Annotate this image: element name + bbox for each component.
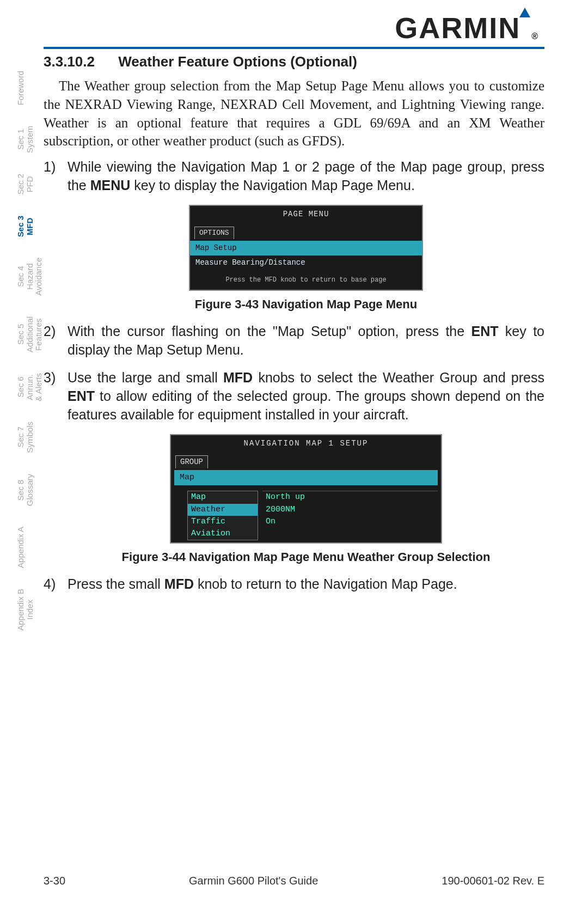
mfd-knob-2: MFD — [164, 576, 194, 591]
scr2-values: North up2000NMOn — [262, 491, 438, 540]
intro-paragraph: The Weather group selection from the Map… — [44, 77, 544, 150]
nav-map-setup-screenshot: NAVIGATION MAP 1 SETUP GROUP Map MapWeat… — [170, 434, 442, 544]
scr1-tab: OPTIONS — [194, 227, 234, 239]
scr2-field: Map — [174, 470, 438, 485]
dropdown-item: Map — [188, 491, 258, 503]
sidetab[interactable]: Sec 5 Additional Features — [16, 316, 44, 352]
section-number: 3.3.10.2 — [44, 53, 114, 70]
step-4: Press the small MFD knob to return to th… — [44, 575, 544, 594]
garmin-text: GARMIN — [395, 11, 520, 44]
footer-center: Garmin G600 Pilot's Guide — [189, 875, 318, 887]
scr1-opt-selected: Map Setup — [190, 241, 422, 255]
sidetab[interactable]: Foreword — [16, 71, 26, 105]
scr1-title: PAGE MENU — [190, 206, 422, 223]
footer-right: 190-00601-02 Rev. E — [442, 875, 544, 887]
menu-key: MENU — [90, 178, 131, 193]
step-1: While viewing the Navigation Map 1 or 2 … — [44, 158, 544, 313]
step-3: Use the large and small MFD knobs to sel… — [44, 369, 544, 565]
sidetab[interactable]: Appendix B Index — [16, 589, 34, 631]
value-item: North up — [262, 491, 438, 503]
mfd-knob: MFD — [223, 370, 253, 385]
dropdown-item: Weather — [188, 504, 258, 516]
scr2-tab: GROUP — [175, 455, 208, 468]
sidetab[interactable]: Sec 3 MFD — [16, 216, 34, 237]
sidetab[interactable]: Sec 2 PFD — [16, 174, 34, 194]
sidetab[interactable]: Sec 1 System — [16, 126, 34, 153]
figure-3-44: NAVIGATION MAP 1 SETUP GROUP Map MapWeat… — [68, 434, 544, 566]
page-menu-screenshot: PAGE MENU OPTIONS Map Setup Measure Bear… — [189, 205, 423, 291]
value-item: 2000NM — [262, 504, 438, 516]
registered-mark: ® — [531, 32, 539, 41]
scr2-dropdown: MapWeatherTrafficAviation — [187, 491, 258, 540]
scr1-hint: Press the MFD knob to return to base pag… — [190, 270, 422, 290]
section-title: Weather Feature Options (Optional) — [118, 53, 357, 70]
sidetab[interactable]: Sec 6 Annun. & Alerts — [16, 373, 44, 401]
sidetab[interactable]: Sec 8 Glossary — [16, 474, 34, 506]
page-footer: 3-30 Garmin G600 Pilot's Guide 190-00601… — [44, 875, 544, 887]
steps-list: While viewing the Navigation Map 1 or 2 … — [44, 158, 544, 594]
step-2: With the cursor flashing on the "Map Set… — [44, 322, 544, 359]
dropdown-item: Traffic — [188, 516, 258, 528]
section-heading: 3.3.10.2 Weather Feature Options (Option… — [44, 53, 544, 70]
ent-key-2: ENT — [68, 388, 95, 404]
page-content: GARMIN® 3.3.10.2 Weather Feature Options… — [44, 11, 544, 603]
garmin-delta-icon — [519, 8, 530, 17]
sidetab[interactable]: Appendix A — [16, 527, 26, 568]
fig1-caption: Figure 3-43 Navigation Map Page Menu — [68, 296, 544, 313]
value-item: On — [262, 516, 438, 528]
dropdown-item: Aviation — [188, 528, 258, 540]
fig2-caption: Figure 3-44 Navigation Map Page Menu Wea… — [68, 549, 544, 565]
header-rule — [44, 47, 544, 49]
sidetab[interactable]: Sec 4 Hazard Avoidance — [16, 258, 44, 296]
scr2-title: NAVIGATION MAP 1 SETUP — [171, 435, 441, 452]
ent-key: ENT — [471, 324, 499, 339]
footer-page: 3-30 — [44, 875, 65, 887]
side-tabs: ForewordSec 1 SystemSec 2 PFDSec 3 MFDSe… — [16, 71, 38, 651]
figure-3-43: PAGE MENU OPTIONS Map Setup Measure Bear… — [68, 205, 544, 313]
sidetab[interactable]: Sec 7 Symbols — [16, 422, 34, 453]
scr1-opt-other: Measure Bearing/Distance — [190, 255, 422, 270]
logo-row: GARMIN® — [44, 11, 544, 45]
garmin-logo: GARMIN® — [395, 11, 539, 45]
